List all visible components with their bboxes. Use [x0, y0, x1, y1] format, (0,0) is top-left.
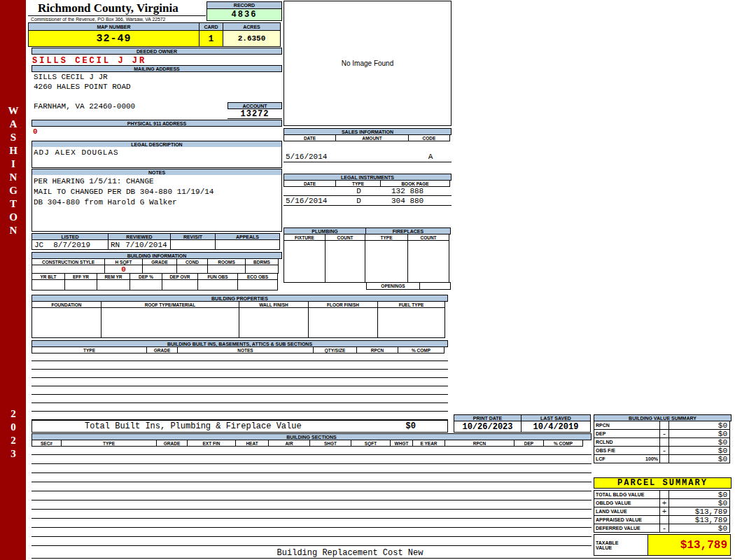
empty-row	[31, 370, 448, 378]
sales-date-header: DATE	[284, 134, 336, 141]
parcel-summary-header: PARCEL SUMMARY	[594, 477, 732, 489]
floor-finish-value	[308, 307, 378, 338]
instrument-row: 5/16/2014 D 304 880	[284, 196, 451, 206]
roof-type-value	[101, 307, 239, 338]
reviewed-value: RN 7/10/2014	[108, 239, 171, 250]
bvs-row: LCF100% $0	[594, 454, 730, 463]
revisit-value	[170, 239, 216, 250]
taxable-value: $13,789	[648, 534, 731, 556]
bvs-label-text: RCLND	[596, 440, 613, 444]
empty-row	[31, 500, 592, 510]
yr-blt-value	[31, 279, 65, 290]
legal-description-value: ADJ ALEX DOUGLAS	[32, 147, 281, 157]
openings-row: OPENINGS	[366, 282, 451, 290]
image-panel: No Image Found	[284, 1, 451, 126]
sales-code-header: CODE	[408, 134, 450, 141]
card-value: 1	[199, 30, 223, 47]
sales-date-value: 5/16/2014	[284, 151, 336, 162]
property-record-card: WASHINGTON 2023 Richmond County, Virgini…	[0, 0, 735, 560]
mailing-address-header: MAILING ADDRESS	[31, 65, 282, 72]
bvs-value: $0	[668, 454, 730, 463]
dep-ovr-value	[162, 279, 198, 290]
account-value: 13272	[227, 109, 282, 119]
mailing-address-line1: SILLS CECIL J JR	[34, 73, 108, 81]
foundation-value	[31, 307, 102, 338]
account-header: ACCOUNT	[227, 102, 282, 109]
empty-row	[31, 528, 592, 537]
county-header-block: Richmond County, Virginia Commissioner o…	[28, 1, 206, 23]
taxable-value-row: TAXABLE VALUE $13,789	[594, 534, 731, 556]
notes-line2: MAIL TO CHANGED PER DB 304-880 11/19/14	[34, 187, 281, 197]
parcel-label: DEFERRED VALUE	[594, 524, 660, 533]
empty-row	[31, 446, 592, 455]
no-image-text: No Image Found	[342, 59, 394, 67]
fixture-value	[284, 240, 326, 283]
map-value-row: 32-49 1 2.6350	[28, 30, 281, 47]
built-ins-total-label: Total Built Ins, Plumbing & Fireplace Va…	[32, 421, 302, 431]
taxable-label-line1: TAXABLE	[596, 540, 619, 545]
parcel-op: -	[659, 524, 669, 533]
legal-description-box: ADJ ALEX DOUGLAS	[31, 147, 282, 168]
openings-label: OPENINGS	[366, 282, 420, 290]
sidebar: WASHINGTON 2023	[0, 0, 26, 560]
bvs-op	[659, 454, 669, 463]
taxable-label-line2: VALUE	[596, 545, 619, 550]
empty-row	[31, 519, 592, 528]
instrument-type-value: D	[336, 186, 382, 195]
bvs-label2-text: 100%	[645, 456, 658, 461]
built-ins-empty-rows	[31, 353, 448, 420]
listed-date: 8/7/2019	[53, 241, 90, 249]
fireplace-count-value	[407, 240, 449, 283]
mailing-address-line2: 4260 HALES POINT ROAD	[34, 83, 131, 91]
building-info-row2-values	[31, 279, 278, 290]
empty-row	[31, 412, 448, 420]
openings-value	[419, 282, 451, 290]
bvs-label-text: OBS F/E	[596, 448, 615, 453]
footer-text: Building Replacement Cost New	[241, 548, 458, 558]
empty-row	[31, 353, 448, 361]
print-saved-values: 10/26/2023 10/4/2019	[454, 421, 591, 433]
empty-row	[31, 395, 448, 403]
wall-finish-value	[239, 307, 309, 338]
sales-code-value: A	[410, 151, 451, 162]
appeals-value	[215, 239, 280, 250]
plumbing-fireplaces-values	[284, 240, 449, 283]
notes-line1: PER HEARING 1/5/11: CHANGE	[34, 176, 281, 187]
fun-obs-value	[197, 279, 238, 290]
plumbing-count-value	[325, 240, 365, 283]
book-page-value: 132 888	[382, 186, 451, 195]
county-title: Richmond County, Virginia	[28, 1, 206, 16]
eff-yr-value	[64, 279, 97, 290]
last-saved-value: 10/4/2019	[521, 421, 591, 433]
empty-row	[31, 403, 448, 412]
empty-row	[31, 473, 592, 482]
deeded-owner-name: SILLS CECIL J JR	[32, 56, 146, 66]
book-page-value: 304 880	[382, 196, 451, 205]
record-value: 4836	[206, 8, 282, 21]
sidebar-year: 2023	[7, 408, 19, 461]
instrument-date-value	[284, 186, 336, 195]
listed-initials: JC	[34, 241, 43, 249]
building-properties-values	[31, 307, 445, 338]
instrument-date-value: 5/16/2014	[284, 196, 336, 205]
notes-box: PER HEARING 1/5/11: CHANGE MAIL TO CHANG…	[31, 175, 282, 232]
sidebar-county-name: WASHINGTON	[7, 105, 19, 238]
bvs-label: LCF100%	[594, 454, 660, 463]
fuel-type-value	[377, 307, 445, 338]
building-sections-empty-rows	[31, 446, 592, 546]
empty-row	[31, 510, 592, 519]
dep-pct-value	[130, 279, 162, 290]
sales-col-headers: DATE AMOUNT CODE	[284, 134, 450, 141]
empty-row	[31, 386, 448, 395]
instrument-row: D 132 888	[284, 186, 451, 196]
empty-row	[31, 491, 592, 500]
review-value-row: JC 8/7/2019 RN 7/10/2014	[31, 239, 280, 250]
built-ins-total-row: Total Built Ins, Plumbing & Fireplace Va…	[31, 420, 448, 433]
empty-row	[31, 378, 448, 386]
built-ins-total-value: $0	[406, 421, 447, 431]
print-date-value: 10/26/2023	[454, 421, 522, 433]
notes-line3: DB 304-880 from Harold G Walker	[34, 197, 281, 208]
sales-amount-value	[336, 151, 410, 162]
sales-row: 5/16/2014 A	[284, 151, 451, 162]
sales-amount-header: AMOUNT	[335, 134, 409, 141]
